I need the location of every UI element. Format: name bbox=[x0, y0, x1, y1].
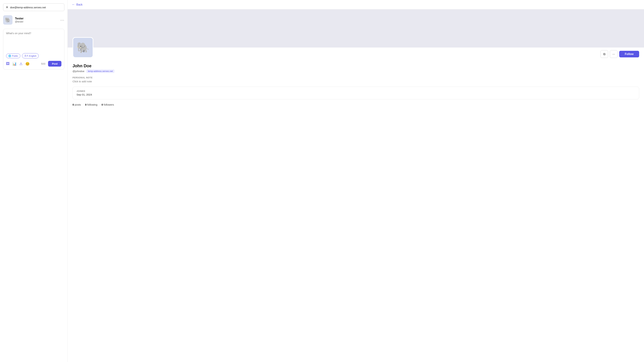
email-address: doe@temp-address.serveo.net bbox=[10, 6, 46, 9]
translate-icon: 文A bbox=[24, 54, 28, 57]
copy-button[interactable]: ⧉ bbox=[600, 50, 608, 58]
profile-avatar-emoji: 🐘 bbox=[76, 41, 90, 54]
profile-actions: ⧉ ··· Follow bbox=[68, 47, 644, 58]
following-label: following bbox=[87, 103, 97, 106]
back-link[interactable]: ← Back bbox=[72, 3, 640, 6]
back-label: Back bbox=[76, 3, 82, 6]
compose-textarea[interactable] bbox=[6, 32, 62, 51]
copy-icon: ⧉ bbox=[603, 52, 606, 56]
language-button[interactable]: 文A English bbox=[22, 53, 38, 58]
profile-domain-badge[interactable]: temp-address.serveo.net bbox=[86, 69, 115, 73]
profile-avatar: 🐘 bbox=[72, 37, 93, 58]
followers-count: 0 bbox=[102, 103, 103, 106]
user-handle: @tester bbox=[15, 20, 64, 23]
compose-options: 🌐 Public 文A English bbox=[6, 53, 62, 58]
profile-banner: 🐘 bbox=[68, 9, 644, 47]
compose-toolbar: 🖼 📊 ⚠ 😊 500 Post bbox=[6, 61, 62, 66]
personal-note-placeholder[interactable]: Click to add note bbox=[72, 80, 639, 83]
posts-stat: 0 posts bbox=[72, 103, 81, 106]
following-stat[interactable]: 0 following bbox=[85, 103, 97, 106]
profile-name: John Doe bbox=[72, 63, 639, 68]
posts-label: posts bbox=[75, 103, 81, 106]
visibility-public-button[interactable]: 🌐 Public bbox=[6, 53, 20, 58]
joined-card: JOINED Sep 01, 2024 bbox=[72, 87, 639, 99]
profile-info: John Doe @johndoe temp-address.serveo.ne… bbox=[68, 58, 644, 110]
alert-icon[interactable]: ⚠ bbox=[20, 62, 22, 66]
avatar-emoji: 🐘 bbox=[5, 17, 11, 23]
avatar: 🐘 bbox=[3, 15, 12, 25]
globe-icon: 🌐 bbox=[8, 55, 11, 57]
profile-avatar-wrap: 🐘 bbox=[72, 37, 93, 58]
more-profile-button[interactable]: ··· bbox=[610, 50, 618, 58]
post-button[interactable]: Post bbox=[48, 61, 62, 66]
back-arrow-icon: ← bbox=[72, 3, 75, 6]
public-label: Public bbox=[12, 55, 18, 57]
personal-note-label: PERSONAL NOTE bbox=[72, 76, 639, 79]
user-name: Tester bbox=[15, 17, 64, 20]
more-options-button[interactable]: ··· bbox=[60, 18, 64, 22]
follow-button[interactable]: Follow bbox=[619, 51, 639, 57]
personal-note-section: PERSONAL NOTE Click to add note bbox=[72, 76, 639, 83]
back-bar: ← Back bbox=[68, 0, 644, 9]
user-info: Tester @tester bbox=[15, 17, 64, 23]
image-icon[interactable]: 🖼 bbox=[6, 62, 10, 66]
language-label: English bbox=[29, 55, 36, 57]
char-count: 500 bbox=[41, 62, 45, 65]
joined-label: JOINED bbox=[76, 90, 635, 92]
posts-count: 0 bbox=[72, 103, 74, 106]
user-card: 🐘 Tester @tester ··· bbox=[3, 14, 64, 26]
joined-date: Sep 01, 2024 bbox=[76, 93, 635, 96]
followers-label: followers bbox=[104, 103, 114, 106]
compose-box: 🌐 Public 文A English 🖼 📊 ⚠ 😊 500 Post bbox=[3, 29, 64, 69]
chart-icon[interactable]: 📊 bbox=[12, 62, 17, 66]
followers-stat[interactable]: 0 followers bbox=[102, 103, 114, 106]
more-icon: ··· bbox=[612, 52, 615, 56]
stats-row: 0 posts 0 following 0 followers bbox=[72, 103, 639, 106]
left-panel: ✕ doe@temp-address.serveo.net 🐘 Tester @… bbox=[0, 0, 68, 362]
profile-handle-row: @johndoe temp-address.serveo.net bbox=[72, 69, 639, 73]
close-icon[interactable]: ✕ bbox=[6, 5, 8, 9]
emoji-icon[interactable]: 😊 bbox=[25, 62, 30, 66]
right-panel: ← Back 🐘 ⧉ ··· Follow John Doe @johndoe … bbox=[68, 0, 644, 362]
following-count: 0 bbox=[85, 103, 86, 106]
email-bar[interactable]: ✕ doe@temp-address.serveo.net bbox=[3, 3, 64, 11]
profile-handle: @johndoe bbox=[72, 70, 84, 73]
